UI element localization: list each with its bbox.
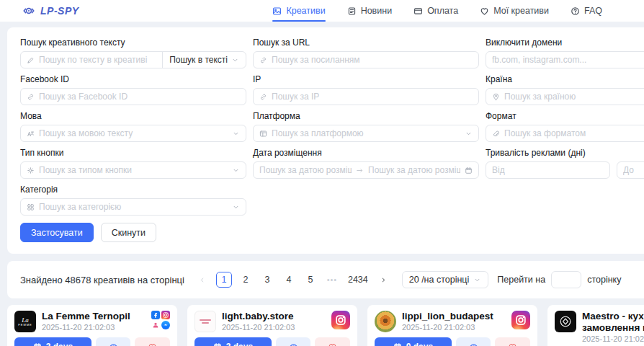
card-date: 2025-11-20 21:02:03 xyxy=(222,323,326,332)
country-input[interactable] xyxy=(504,92,644,102)
filter-duration: Тривалість реклами (дні) xyxy=(486,148,644,179)
tab-news[interactable]: Новини xyxy=(347,0,393,22)
apply-button[interactable]: Застосувати xyxy=(20,223,94,242)
button-type-select-input[interactable] xyxy=(39,165,228,175)
field-label: Дата розміщення xyxy=(253,148,479,158)
brand-logo[interactable]: LP-SPY xyxy=(22,5,79,17)
page-button[interactable]: 5 xyxy=(303,272,318,288)
filters-panel: Пошук креативного тексту Пошук в тексті … xyxy=(7,27,644,254)
platform-select-input[interactable] xyxy=(272,128,460,138)
pin-icon xyxy=(492,93,500,101)
calendar-icon xyxy=(213,342,222,346)
tab-creatives[interactable]: Креативи xyxy=(272,0,325,22)
chevron-down-icon[interactable] xyxy=(232,167,240,174)
favorite-button[interactable] xyxy=(495,337,530,346)
tab-label: FAQ xyxy=(584,6,602,16)
chevron-right-icon xyxy=(380,276,388,284)
filter-format: Формат xyxy=(486,111,644,142)
image-icon xyxy=(272,6,282,16)
eye-icon xyxy=(109,342,118,346)
goto-page-input[interactable] xyxy=(551,271,581,288)
tab-payment[interactable]: Оплата xyxy=(413,0,458,22)
credit-card-icon xyxy=(413,6,423,16)
creative-card: light.baby.store 2025-11-20 21:02:03 3 d… xyxy=(187,305,357,346)
content: Пошук креативного тексту Пошук в тексті … xyxy=(7,27,644,346)
filter-platform: Платформа xyxy=(253,111,479,142)
chevron-down-icon[interactable] xyxy=(232,203,240,211)
browser-icon xyxy=(259,130,267,138)
duration-from-input[interactable] xyxy=(492,165,604,175)
reset-button[interactable]: Скинути xyxy=(101,223,156,242)
date-from-input[interactable] xyxy=(259,165,352,175)
filter-country: Країна xyxy=(486,74,644,105)
search-mode-value: Пошук в тексті xyxy=(169,55,228,65)
creative-text-input[interactable] xyxy=(39,55,158,65)
format-select-input[interactable] xyxy=(504,128,644,138)
pages-ellipsis[interactable]: ••• xyxy=(324,272,340,288)
duration-to-input[interactable] xyxy=(623,165,644,175)
view-button[interactable] xyxy=(276,337,311,346)
page-size-value: 20 /на сторінці xyxy=(409,275,470,285)
eye-logo-icon xyxy=(22,5,36,17)
next-page-button[interactable] xyxy=(376,272,392,288)
days-active-button[interactable]: 3 days xyxy=(14,337,91,346)
instagram-icon xyxy=(511,311,530,329)
instagram-icon xyxy=(331,311,350,329)
days-active-button[interactable]: 3 days xyxy=(194,337,272,346)
language-select-input[interactable] xyxy=(39,128,228,138)
chevron-down-icon[interactable] xyxy=(465,130,473,138)
heart-icon xyxy=(480,6,489,16)
heart-icon xyxy=(148,342,157,346)
filter-exclude-domains: Виключити домени xyxy=(486,37,644,68)
paperclip-icon xyxy=(492,130,500,138)
search-mode-select[interactable]: Пошук в тексті xyxy=(162,52,246,68)
field-label: Виключити домени xyxy=(486,37,644,48)
date-to-input[interactable] xyxy=(368,165,460,175)
tab-faq[interactable]: FAQ xyxy=(571,0,602,22)
card-date: 2025-11-20 21:02:03 xyxy=(42,323,146,332)
page-button[interactable]: 4 xyxy=(281,272,297,288)
card-date: 2025-11-20 21:02:03 xyxy=(402,323,506,332)
card-title: La Femme Ternopil xyxy=(42,311,146,322)
page-button[interactable]: 2 xyxy=(238,272,254,288)
card-date: 2025-11-20 21:02:03 xyxy=(582,334,644,344)
favorite-button[interactable] xyxy=(315,337,350,346)
field-label: Facebook ID xyxy=(20,74,246,84)
filter-category: Категорія xyxy=(20,185,246,216)
tab-my-creatives[interactable]: Мої креативи xyxy=(480,0,549,22)
page-button[interactable]: 3 xyxy=(259,272,275,288)
field-label: Країна xyxy=(486,74,644,84)
tab-label: Креативи xyxy=(286,6,325,16)
view-button[interactable] xyxy=(96,337,131,346)
tab-label: Оплата xyxy=(427,6,458,16)
exclude-domains-input[interactable] xyxy=(492,55,644,65)
filter-url: Пошук за URL xyxy=(253,37,479,68)
page-button[interactable]: 1 xyxy=(216,272,232,288)
link-icon xyxy=(259,93,267,101)
ip-input[interactable] xyxy=(272,92,473,102)
page-size-select[interactable]: 20 /на сторінці xyxy=(402,271,489,288)
translate-icon xyxy=(27,130,35,138)
prev-page-button[interactable] xyxy=(194,272,210,288)
category-select-input[interactable] xyxy=(39,202,228,212)
url-input[interactable] xyxy=(272,55,473,65)
view-button[interactable] xyxy=(456,337,491,346)
field-label: Пошук креативного тексту xyxy=(20,37,246,48)
last-page-button[interactable]: 2434 xyxy=(346,272,370,288)
arrow-right-icon xyxy=(356,167,364,174)
creative-cards: LaFEMME La Femme Ternopil 2025-11-20 21:… xyxy=(7,305,644,346)
chevron-down-icon xyxy=(473,276,481,284)
favorite-button[interactable] xyxy=(135,337,170,346)
facebook-id-input[interactable] xyxy=(39,92,240,102)
chevron-down-icon[interactable] xyxy=(232,130,240,138)
days-active-button[interactable]: 0 days xyxy=(375,337,452,346)
calendar-icon xyxy=(393,342,402,346)
instagram-icon xyxy=(161,311,170,319)
calendar-icon xyxy=(33,342,42,346)
field-label: Категорія xyxy=(20,185,246,195)
card-title-line2: замовлення в Ужго xyxy=(582,322,644,334)
field-label: Платформа xyxy=(253,111,479,121)
creative-card: lippi_lion_budapest 2025-11-20 21:02:03 … xyxy=(367,305,537,346)
filter-facebook-id: Facebook ID xyxy=(20,74,246,105)
pagination-panel: Знайдено 48678 креативів на сторінці 1 2… xyxy=(7,261,644,298)
